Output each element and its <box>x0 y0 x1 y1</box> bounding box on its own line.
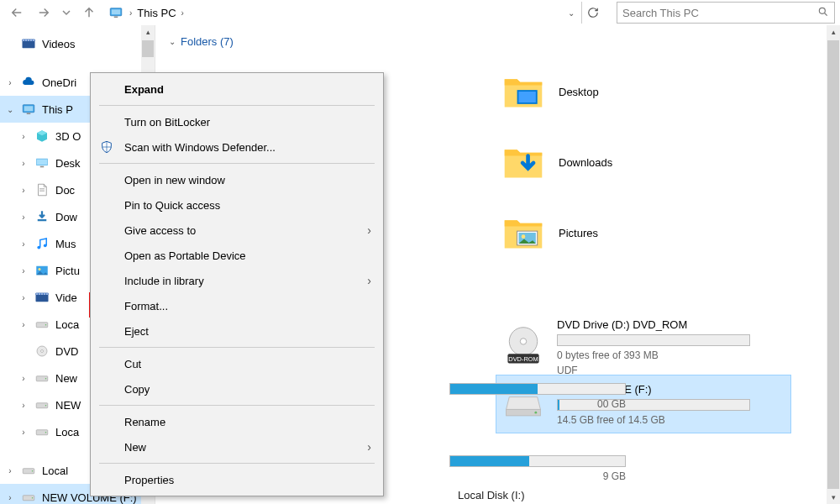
tree-item-label: Loca <box>55 318 79 331</box>
folder-pictures[interactable]: Pictures <box>496 197 790 268</box>
chevron-icon: › <box>18 320 29 329</box>
chevron-icon: › <box>18 401 29 410</box>
tree-item-label: This P <box>42 103 73 116</box>
svg-rect-29 <box>44 294 45 295</box>
menu-item-rename[interactable]: Rename <box>91 409 383 434</box>
menu-item-properties[interactable]: Properties <box>91 467 383 492</box>
scroll-thumb[interactable] <box>142 40 154 57</box>
breadcrumb-thispc[interactable]: This PC <box>137 7 176 19</box>
scroll-up-icon[interactable]: ▴ <box>141 25 155 39</box>
menu-separator <box>99 163 375 164</box>
chevron-icon: › <box>18 213 29 222</box>
menu-item-label: Copy <box>124 383 150 396</box>
chevron-right-icon: › <box>129 8 132 18</box>
svg-point-20 <box>37 246 40 249</box>
menu-item-include-in-library[interactable]: Include in library› <box>91 268 383 293</box>
menu-item-label: Open in new window <box>124 174 225 186</box>
refresh-button[interactable] <box>581 2 603 24</box>
svg-point-36 <box>45 378 47 380</box>
menu-item-pin-to-quick-access[interactable]: Pin to Quick access <box>91 192 383 218</box>
tree-item-videos[interactable]: Videos <box>0 30 155 57</box>
svg-point-51 <box>520 338 526 344</box>
tree-item-label: New <box>55 372 77 385</box>
nav-forward-button[interactable] <box>32 1 55 24</box>
tree-item-label: Vide <box>55 291 77 304</box>
tree-item-label: Videos <box>42 38 76 50</box>
chevron-down-icon: ⌄ <box>169 37 176 46</box>
scroll-down-icon[interactable]: ▾ <box>827 491 840 504</box>
tree-item-label: Desk <box>55 157 81 170</box>
svg-rect-9 <box>30 40 32 41</box>
folders-section-header[interactable]: ⌄ Folders (7) <box>169 30 827 56</box>
menu-item-scan-with-windows-defender[interactable]: Scan with Windows Defender... <box>91 134 383 160</box>
submenu-arrow-icon: › <box>367 223 371 237</box>
folder-label: Downloads <box>559 156 612 169</box>
chevron-icon: › <box>18 159 29 168</box>
chevron-icon: › <box>18 186 29 195</box>
submenu-arrow-icon: › <box>367 440 371 454</box>
videos-icon <box>34 289 50 306</box>
chevron-icon: › <box>18 374 29 383</box>
thispc-icon <box>108 4 124 21</box>
menu-item-turn-on-bitlocker[interactable]: Turn on BitLocker <box>91 109 383 134</box>
menu-item-format[interactable]: Format... <box>91 293 383 318</box>
music-icon <box>34 235 50 252</box>
drive-free-text: 0 bytes free of 393 MB <box>557 349 785 361</box>
documents-icon <box>34 181 50 198</box>
menu-item-open-in-new-window[interactable]: Open in new window <box>91 167 383 192</box>
drive-icon <box>34 316 50 333</box>
nav-up-button[interactable] <box>77 1 101 24</box>
defender-icon <box>99 139 114 155</box>
svg-rect-6 <box>23 40 24 41</box>
menu-item-label: Give access to <box>124 224 196 237</box>
menu-separator <box>99 347 375 348</box>
nav-recent-button[interactable] <box>59 1 74 24</box>
menu-item-cut[interactable]: Cut <box>91 351 383 376</box>
menu-item-label: Include in library <box>124 275 204 287</box>
chevron-right-icon: › <box>181 8 184 18</box>
scroll-up-icon[interactable]: ▴ <box>827 25 840 39</box>
svg-rect-7 <box>25 40 27 41</box>
address-bar[interactable]: › This PC › ⌄ <box>104 2 578 24</box>
svg-point-49 <box>522 234 526 239</box>
svg-rect-30 <box>46 294 48 295</box>
svg-point-34 <box>41 350 44 353</box>
svg-rect-10 <box>33 40 34 41</box>
nav-back-button[interactable] <box>5 1 29 24</box>
scroll-thumb[interactable] <box>827 40 839 489</box>
menu-item-copy[interactable]: Copy <box>91 376 383 402</box>
thispc-icon <box>20 101 37 118</box>
svg-rect-1 <box>112 9 121 14</box>
drive-tile[interactable]: DVD-ROMDVD Drive (D:) DVD_ROM0 bytes fre… <box>496 318 790 375</box>
folder-downloads[interactable]: Downloads <box>496 127 790 197</box>
folder-icon <box>500 68 547 115</box>
drive-free-text: 00 GB <box>449 398 626 410</box>
menu-item-open-as-portable-device[interactable]: Open as Portable Device <box>91 243 383 268</box>
menu-item-new[interactable]: New› <box>91 434 383 459</box>
videos-icon <box>20 35 37 52</box>
svg-rect-27 <box>39 294 40 295</box>
menu-item-give-access-to[interactable]: Give access to› <box>91 218 383 243</box>
folder-desktop[interactable]: Desktop <box>496 56 790 127</box>
address-dropdown-button[interactable]: ⌄ <box>568 8 575 18</box>
svg-rect-2 <box>114 17 118 18</box>
drive-fs-text: UDF <box>557 365 785 376</box>
menu-item-eject[interactable]: Eject <box>91 318 383 344</box>
menu-separator <box>99 105 375 106</box>
menu-item-expand[interactable]: Expand <box>91 76 383 102</box>
svg-rect-19 <box>38 219 47 221</box>
drive-name: DVD Drive (D:) DVD_ROM <box>557 318 785 331</box>
menu-item-label: Turn on BitLocker <box>124 116 210 129</box>
onedrive-icon <box>20 74 37 91</box>
svg-point-40 <box>45 432 47 433</box>
svg-rect-18 <box>39 191 45 192</box>
svg-rect-15 <box>37 160 47 165</box>
drive-icon <box>34 396 50 413</box>
chevron-icon: › <box>5 493 15 502</box>
search-input[interactable]: Search This PC <box>617 2 835 24</box>
svg-rect-26 <box>36 294 38 295</box>
menu-item-label: Rename <box>124 416 165 428</box>
search-icon <box>817 6 829 20</box>
content-scrollbar[interactable]: ▴ ▾ <box>827 25 840 504</box>
tree-item-label: Local <box>42 465 68 477</box>
